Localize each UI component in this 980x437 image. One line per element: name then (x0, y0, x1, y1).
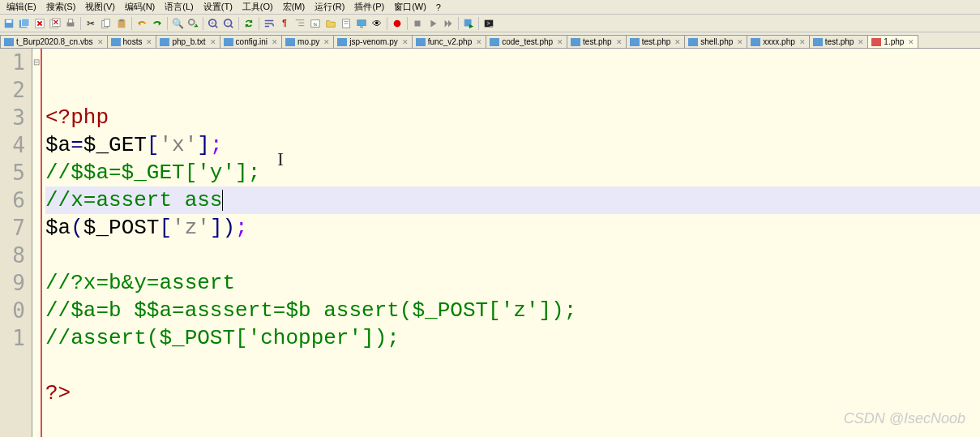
tab-close-icon[interactable]: ✕ (737, 38, 743, 46)
code-line-7[interactable]: //?x=b&y=assert (45, 269, 980, 297)
tab-label: config.ini (236, 37, 267, 46)
menu-2[interactable]: 视图(V) (80, 0, 120, 15)
file-icon (416, 38, 426, 46)
cut-icon[interactable]: ✂ (83, 16, 98, 31)
paste-icon[interactable] (114, 16, 129, 31)
monitor-icon[interactable] (354, 16, 369, 31)
folder-icon[interactable] (323, 16, 338, 31)
tab-close-icon[interactable]: ✕ (97, 38, 104, 46)
code-line-9[interactable]: //assert($_POST['chopper']); (45, 324, 980, 352)
tab-close-icon[interactable]: ✕ (799, 38, 806, 46)
separator (203, 17, 203, 30)
svg-text:-: - (227, 19, 229, 24)
tab-close-icon[interactable]: ✕ (402, 38, 409, 46)
tab-label: func_v2.php (428, 37, 473, 46)
file-icon (111, 38, 121, 46)
replace-icon[interactable] (186, 16, 200, 31)
tab-label: test.php (825, 37, 854, 46)
svg-rect-10 (104, 19, 109, 26)
copy-icon[interactable] (99, 16, 113, 31)
tab-jsp-venom-py[interactable]: jsp-venom.py✕ (333, 35, 412, 48)
tab-close-icon[interactable]: ✕ (674, 38, 681, 46)
code-line-3[interactable]: //$$a=$_GET['y']; (45, 159, 980, 186)
menu-1[interactable]: 搜索(S) (41, 0, 81, 15)
tab-1-php[interactable]: 1.php✕ (867, 35, 918, 49)
terminal-icon[interactable]: >_ (481, 16, 496, 31)
record-icon[interactable] (390, 16, 404, 31)
indent-icon[interactable] (293, 16, 307, 31)
menu-4[interactable]: 语言(L) (160, 0, 198, 15)
code-line-8[interactable]: //$a=b $$a=asssert=$b assert($_POST['z']… (45, 297, 980, 324)
tab-test-php[interactable]: test.php✕ (626, 35, 686, 48)
menu-7[interactable]: 宏(M) (278, 0, 310, 15)
separator (238, 17, 239, 30)
tab-php-b-txt[interactable]: php_b.txt✕ (156, 35, 220, 48)
zoom-out-icon[interactable]: - (221, 16, 236, 31)
menu-0[interactable]: 编辑(E) (2, 0, 41, 15)
code-line-1[interactable]: <?php (45, 104, 980, 131)
menu-5[interactable]: 设置(T) (199, 0, 238, 15)
tab-shell-php[interactable]: shell.php✕ (684, 35, 747, 48)
svg-point-13 (189, 19, 195, 24)
redo-icon[interactable] (150, 16, 165, 31)
tab-mo-py[interactable]: mo.py✕ (281, 35, 334, 48)
menu-6[interactable]: 工具(O) (238, 0, 278, 15)
tab-close-icon[interactable]: ✕ (146, 38, 152, 46)
code-line-10[interactable] (45, 352, 980, 379)
tab-hosts[interactable]: hosts✕ (107, 35, 157, 48)
tab-close-icon[interactable]: ✕ (323, 38, 330, 46)
tab-config-ini[interactable]: config.ini✕ (220, 35, 282, 48)
fold-column[interactable]: ⊟ (32, 49, 42, 437)
save-icon[interactable] (2, 16, 16, 31)
menu-10[interactable]: 窗口(W) (389, 0, 431, 15)
close-all-icon[interactable] (48, 16, 62, 31)
svg-text:>_: >_ (486, 19, 493, 26)
tab-t-Burp2020-8-cn-vbs[interactable]: t_Burp2020.8_cn.vbs✕ (0, 35, 108, 48)
sync-icon[interactable] (242, 16, 256, 31)
zoom-in-icon[interactable]: + (206, 16, 220, 31)
code-area[interactable]: <?php$a=$_GET['x'];//$$a=$_GET['y'];//x=… (42, 49, 980, 437)
code-line-6[interactable] (45, 242, 980, 269)
stop-icon[interactable] (410, 16, 425, 31)
doc-icon[interactable] (339, 16, 353, 31)
tab-test-php[interactable]: test.php✕ (567, 35, 627, 48)
tab-close-icon[interactable]: ✕ (858, 38, 864, 46)
code-line-5[interactable]: $a($_POST['z']); (45, 214, 980, 242)
close-icon[interactable] (32, 16, 47, 31)
tab-xxxx-php[interactable]: xxxx.php✕ (747, 35, 809, 48)
menu-11[interactable]: ? (431, 1, 446, 14)
code-line-4[interactable]: //x=assert ass (45, 186, 980, 214)
print-icon[interactable] (63, 16, 78, 31)
tab-close-icon[interactable]: ✕ (272, 38, 278, 46)
tab-close-icon[interactable]: ✕ (616, 38, 623, 46)
menu-8[interactable]: 运行(R) (310, 0, 349, 15)
toolbar: ✂ 🔍 + - ¶ fx 👁 >_ (0, 15, 980, 32)
undo-icon[interactable] (135, 16, 149, 31)
svg-rect-29 (360, 26, 363, 28)
file-icon (285, 38, 295, 46)
menu-9[interactable]: 插件(P) (349, 0, 389, 15)
save-run-icon[interactable] (461, 16, 476, 31)
find-icon[interactable]: 🔍 (170, 16, 185, 31)
chars-icon[interactable]: ¶ (277, 16, 292, 31)
tab-func-v2-php[interactable]: func_v2.php✕ (412, 35, 487, 48)
tab-label: 1.php (884, 37, 904, 46)
wrap-icon[interactable] (262, 16, 276, 31)
save-all-icon[interactable] (17, 16, 32, 31)
code-line-11[interactable]: ?> (45, 379, 980, 407)
file-icon (813, 38, 823, 46)
svg-line-15 (216, 25, 218, 28)
play-icon[interactable] (426, 16, 440, 31)
eye-icon[interactable]: 👁 (370, 16, 384, 31)
tab-close-icon[interactable]: ✕ (908, 38, 914, 46)
tab-code-test-php[interactable]: code_test.php✕ (486, 35, 567, 48)
tab-test-php[interactable]: test.php✕ (809, 35, 869, 48)
code-line-2[interactable]: $a=$_GET['x']; (45, 131, 980, 159)
lang-icon[interactable]: fx (308, 16, 323, 31)
separator (131, 17, 132, 30)
fast-icon[interactable] (441, 16, 456, 31)
tab-close-icon[interactable]: ✕ (210, 38, 216, 46)
menu-3[interactable]: 编码(N) (120, 0, 160, 15)
tab-close-icon[interactable]: ✕ (557, 38, 563, 46)
tab-close-icon[interactable]: ✕ (476, 38, 482, 46)
